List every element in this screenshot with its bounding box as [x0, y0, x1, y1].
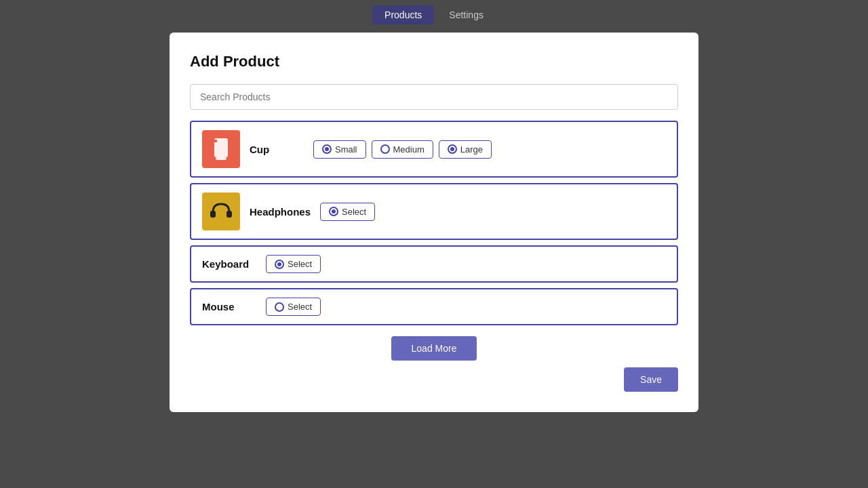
cup-icon [210, 136, 232, 163]
product-row-cup: Cup Small Medium Large [190, 121, 678, 178]
mouse-select-label: Select [288, 302, 312, 312]
product-row-keyboard: Keyboard Select [190, 245, 678, 283]
svg-rect-3 [210, 211, 216, 218]
product-name-cup: Cup [250, 144, 304, 155]
keyboard-option-select[interactable]: Select [266, 255, 321, 273]
headphones-select-label: Select [342, 207, 366, 217]
radio-keyboard-filled [275, 260, 284, 269]
cup-medium-label: Medium [393, 144, 425, 155]
tab-products[interactable]: Products [372, 5, 434, 24]
svg-rect-2 [214, 140, 217, 142]
mouse-options: Select [266, 298, 321, 316]
radio-large-filled [448, 144, 457, 154]
keyboard-select-label: Select [288, 259, 312, 269]
product-row-mouse: Mouse Select [190, 288, 678, 325]
radio-mouse-empty [275, 302, 284, 312]
modal-title: Add Product [190, 53, 678, 70]
svg-rect-1 [216, 157, 226, 160]
cup-option-medium[interactable]: Medium [372, 140, 433, 159]
product-name-keyboard: Keyboard [202, 258, 256, 270]
search-input[interactable] [190, 84, 678, 110]
product-row-headphones: Headphones Select [190, 183, 678, 240]
headphones-option-select[interactable]: Select [320, 203, 375, 221]
headphones-image [202, 192, 240, 230]
cup-small-label: Small [335, 144, 357, 155]
add-product-modal: Add Product Cup Small Medium Large [170, 33, 698, 412]
radio-headphones-filled [329, 207, 338, 216]
keyboard-options: Select [266, 255, 321, 273]
tab-settings[interactable]: Settings [437, 5, 496, 24]
radio-medium-empty [380, 144, 390, 154]
mouse-option-select[interactable]: Select [266, 298, 321, 316]
save-button[interactable]: Save [624, 367, 678, 392]
cup-option-small[interactable]: Small [313, 140, 366, 159]
cup-option-large[interactable]: Large [439, 140, 492, 159]
cup-image [202, 130, 240, 168]
svg-rect-4 [226, 211, 232, 218]
load-more-button[interactable]: Load More [391, 336, 477, 361]
headphones-icon [208, 199, 234, 224]
product-name-headphones: Headphones [250, 206, 311, 218]
cup-large-label: Large [460, 144, 483, 155]
top-nav: Products Settings [372, 0, 496, 30]
radio-small-filled [322, 144, 332, 154]
product-name-mouse: Mouse [202, 301, 256, 312]
headphones-options: Select [320, 203, 375, 221]
cup-options: Small Medium Large [313, 140, 492, 159]
